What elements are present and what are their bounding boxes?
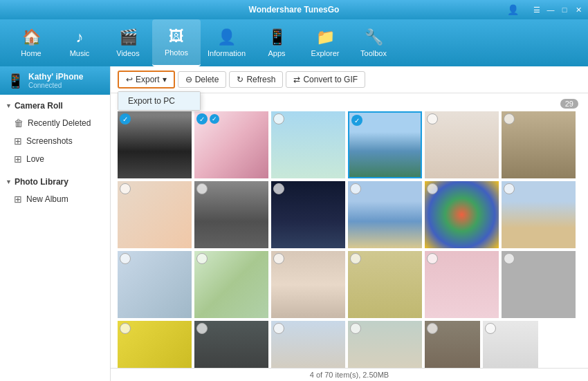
photo-check-20[interactable]: [196, 323, 208, 334]
photo-check-7[interactable]: [120, 183, 131, 194]
photo-check-13[interactable]: [120, 253, 131, 264]
maximize-button[interactable]: □: [559, 5, 570, 15]
convert-label: Convert to GIF: [303, 75, 358, 84]
photo-thumb[interactable]: ✓ ✓: [194, 111, 268, 178]
photo-check-14[interactable]: [196, 253, 208, 264]
photo-thumb[interactable]: [118, 321, 192, 368]
photo-check-16[interactable]: [350, 253, 361, 264]
photo-thumb[interactable]: [425, 251, 499, 318]
photo-check-4[interactable]: ✓: [351, 115, 362, 126]
photo-thumb[interactable]: [425, 181, 499, 248]
sidebar-item-love[interactable]: ⊞ Love: [0, 150, 110, 168]
photo-thumb[interactable]: [348, 251, 422, 318]
photo-thumb[interactable]: [194, 251, 268, 318]
convert-gif-button[interactable]: ⇄ Convert to GIF: [286, 71, 365, 88]
photo-check-9[interactable]: [273, 183, 284, 194]
photos-icon: 🖼: [169, 28, 184, 46]
export-dropdown: Export to PC: [118, 91, 201, 111]
refresh-button[interactable]: ↻ Refresh: [229, 71, 283, 88]
photo-check-21[interactable]: [273, 323, 284, 334]
menu-icon[interactable]: ☰: [531, 5, 542, 15]
status-bar: 4 of 70 item(s), 2.50MB: [111, 368, 588, 381]
camera-roll-section: ▼ Camera Roll 🗑 Recently Deleted ⊞ Scree…: [0, 95, 110, 171]
photo-thumb[interactable]: [118, 181, 192, 248]
user-icon[interactable]: 👤: [507, 4, 519, 15]
photo-thumb[interactable]: [348, 321, 422, 368]
photo-check-15[interactable]: [273, 253, 284, 264]
nav-information[interactable]: 👤 Information: [201, 19, 252, 66]
explorer-icon: 📁: [316, 28, 335, 46]
nav-photos-label: Photos: [165, 48, 188, 57]
photo-check-22[interactable]: [350, 323, 361, 334]
photo-check-1[interactable]: ✓: [120, 113, 131, 124]
export-to-pc-item[interactable]: Export to PC: [118, 92, 200, 110]
photo-thumb[interactable]: [483, 321, 538, 368]
photo-thumb[interactable]: [502, 181, 576, 248]
photo-check-17[interactable]: [427, 253, 438, 264]
photo-thumb[interactable]: [118, 251, 192, 318]
photo-check-18[interactable]: [504, 253, 515, 264]
nav-apps[interactable]: 📱 Apps: [252, 19, 301, 66]
title-bar: 👤 Wondershare TunesGo ☰ — □ ✕: [0, 0, 588, 19]
photo-thumb[interactable]: [425, 111, 499, 178]
trash-icon: 🗑: [14, 118, 24, 129]
sidebar-item-new-album[interactable]: ⊞ New Album: [0, 190, 110, 208]
camera-roll-header[interactable]: ▼ Camera Roll: [0, 97, 110, 114]
nav-home-label: Home: [21, 49, 41, 57]
photo-library-section: ▼ Photo Library ⊞ New Album: [0, 171, 110, 211]
photo-grid-row-2: [118, 181, 581, 248]
nav-videos[interactable]: 🎬 Videos: [104, 19, 152, 66]
photo-check-5[interactable]: [427, 113, 438, 124]
photo-check-23[interactable]: [427, 323, 438, 334]
photo-thumb[interactable]: [502, 111, 576, 178]
photo-thumb[interactable]: [194, 321, 268, 368]
export-button[interactable]: ↩ Export ▾: [118, 71, 175, 89]
photo-check-12[interactable]: [504, 183, 515, 194]
minimize-button[interactable]: —: [545, 5, 556, 15]
photo-check-24[interactable]: [485, 323, 496, 334]
photo-thumb[interactable]: [425, 321, 480, 368]
nav-music[interactable]: ♪ Music: [55, 19, 104, 66]
photo-check-19[interactable]: [120, 323, 131, 334]
photo-thumb[interactable]: [502, 251, 576, 318]
photo-check-8[interactable]: [196, 183, 208, 194]
photo-thumb[interactable]: ✓: [118, 111, 192, 178]
photo-grid-row-3: [118, 251, 581, 318]
photo-thumb[interactable]: [194, 181, 268, 248]
photo-check-10[interactable]: [350, 183, 361, 194]
photo-check-6[interactable]: [504, 113, 515, 124]
recently-deleted-label: Recently Deleted: [28, 118, 91, 128]
photo-check-3[interactable]: [273, 113, 284, 124]
photo-count-badge: 29: [560, 99, 578, 109]
sidebar-item-screenshots[interactable]: ⊞ Screenshots: [0, 132, 110, 150]
nav-photos[interactable]: 🖼 Photos: [152, 19, 201, 66]
photo-thumb[interactable]: [271, 181, 345, 248]
nav-toolbox-label: Toolbox: [360, 49, 387, 57]
refresh-icon: ↻: [237, 75, 244, 84]
photo-grid-row-4: [118, 321, 581, 368]
love-icon: ⊞: [14, 154, 22, 165]
photo-check-2[interactable]: ✓: [196, 113, 208, 124]
photo-check-11[interactable]: [427, 183, 438, 194]
close-button[interactable]: ✕: [573, 5, 584, 15]
delete-button[interactable]: ⊖ Delete: [178, 71, 227, 88]
app-title: Wondershare TunesGo: [249, 5, 340, 15]
photo-thumb[interactable]: [271, 321, 345, 368]
screenshots-label: Screenshots: [26, 136, 73, 146]
nav-home[interactable]: 🏠 Home: [7, 19, 55, 66]
nav-explorer[interactable]: 📁 Explorer: [301, 19, 349, 66]
music-icon: ♪: [76, 28, 84, 46]
photo-library-header[interactable]: ▼ Photo Library: [0, 174, 110, 190]
content-area: ↩ Export ▾ ⊖ Delete ↻ Refresh ⇄ Convert …: [111, 66, 588, 381]
delete-label: Delete: [195, 75, 219, 84]
photo-thumb[interactable]: [271, 251, 345, 318]
sidebar-item-recently-deleted[interactable]: 🗑 Recently Deleted: [0, 114, 110, 132]
new-album-label: New Album: [26, 194, 68, 204]
photo-thumb[interactable]: ✓: [348, 111, 422, 178]
nav-toolbox[interactable]: 🔧 Toolbox: [349, 19, 398, 66]
photo-thumb[interactable]: [271, 111, 345, 178]
nav-information-label: Information: [208, 49, 246, 57]
photo-thumb[interactable]: [348, 181, 422, 248]
photo-area[interactable]: ☐ 2016-08-24 29 ✓ ✓ ✓ ✓: [111, 93, 588, 368]
information-icon: 👤: [217, 28, 236, 46]
